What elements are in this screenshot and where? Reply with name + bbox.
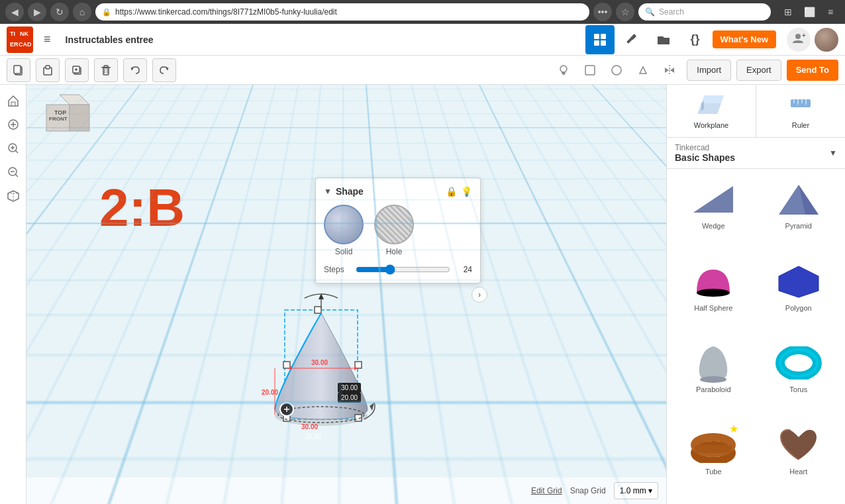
back-button[interactable]: ◀ [5,3,24,21]
snap-grid-select[interactable]: 1.0 mm ▾ [614,482,658,499]
paste-icon [42,64,54,76]
redo-button[interactable] [152,58,176,82]
hamburger-icon[interactable]: ≡ [44,32,51,46]
shape2-icon [610,64,623,77]
steps-value: 24 [456,265,472,274]
secure-icon: 🔒 [102,8,111,17]
shape-item-polygon[interactable]: Polygon [758,256,840,336]
shape-item-halfsphere[interactable]: Half Sphere [672,256,755,336]
fit-icon [7,118,20,131]
shape-item-torus[interactable]: Torus [758,338,840,417]
fit-view-button[interactable] [3,114,24,135]
svg-line-43 [15,174,18,177]
shape-item-heart[interactable]: Heart [758,420,840,499]
shape-item-wedge[interactable]: Wedge [672,174,755,254]
copy-button[interactable] [7,58,30,82]
copy-icon [13,64,25,76]
home-button[interactable]: ⌂ [73,3,91,21]
extensions-button[interactable]: ⊞ [779,3,797,21]
export-button[interactable]: Export [736,60,781,81]
shapes-grid: Wedge Pyramid [667,169,845,504]
shapes-dropdown-button[interactable]: ▼ [829,148,837,158]
whats-new-button[interactable]: What's New [713,30,776,48]
mirror-button[interactable] [658,58,681,82]
panel-toggle-chevron[interactable]: › [472,287,487,303]
zoom-out-button[interactable] [3,162,24,183]
add-user-button[interactable]: + [787,28,811,52]
lock-panel-button[interactable]: 🔒 [446,186,457,197]
panel-collapse-arrow[interactable]: ▼ [324,187,332,196]
shape-paraboloid-label: Paraboloid [696,385,731,393]
svg-rect-54 [283,362,290,368]
delete-button[interactable] [94,58,118,82]
hole-option[interactable]: Hole [374,205,414,256]
svg-line-40 [15,150,18,153]
zoom-in-button[interactable] [3,138,24,159]
undo-icon [129,64,141,76]
ruler-button[interactable]: Ruler [756,85,845,137]
edit-grid-button[interactable]: Edit Grid [531,486,562,495]
shape-thumb-paraboloid [687,343,740,383]
svg-text:CAD: CAD [19,41,32,48]
menu-button[interactable]: ≡ [821,3,840,21]
viewport[interactable]: TOP FRONT 2:B [26,85,666,504]
folder-button[interactable] [649,25,678,54]
big-label: 2:B [99,177,185,238]
view-shape3-button[interactable] [631,58,655,82]
project-name: Instructables entree [66,34,154,45]
view-cube[interactable]: TOP FRONT [40,91,99,151]
url-text: https://www.tinkercad.com/things/8I771zM… [115,7,583,17]
shape-item-paraboloid[interactable]: Paraboloid [672,338,755,417]
hole-circle [374,205,414,244]
redo-icon [158,64,170,76]
svg-rect-7 [594,40,599,46]
svg-text:TI: TI [10,30,15,37]
refresh-button[interactable]: ↻ [50,3,69,21]
light-panel-button[interactable]: 💡 [461,186,472,197]
duplicate-button[interactable] [65,58,89,82]
solid-option[interactable]: Solid [324,205,364,256]
shape-panel: ▼ Shape 🔒 💡 Solid Hole [315,177,481,283]
tabs-button[interactable]: ⬜ [800,3,819,21]
svg-point-85 [697,289,730,297]
forward-button[interactable]: ▶ [28,3,46,21]
view-shape2-button[interactable] [605,58,628,82]
second-toolbar: Import Export Send To [0,56,845,85]
svg-rect-53 [315,307,321,313]
codeblock-button[interactable]: {} [681,25,710,54]
shape-item-pyramid[interactable]: Pyramid [758,174,840,254]
steps-label: Steps [324,265,350,274]
bookmark-button[interactable]: ☆ [616,3,634,21]
hammer-view-button[interactable] [617,25,646,54]
svg-rect-24 [104,66,108,68]
3d-view-button[interactable] [3,185,24,207]
steps-slider[interactable] [356,264,450,275]
more-button[interactable]: ••• [593,3,612,21]
workplane-button[interactable]: Workplane [667,85,756,137]
import-button[interactable]: Import [687,60,731,81]
shape-thumb-torus [772,343,825,383]
paste-button[interactable] [36,58,60,82]
avatar[interactable] [815,28,838,52]
browser-chrome: ◀ ▶ ↻ ⌂ 🔒 https://www.tinkercad.com/thin… [0,0,845,24]
address-bar[interactable]: 🔒 https://www.tinkercad.com/things/8I771… [95,3,589,21]
view-shape1-button[interactable] [578,58,602,82]
svg-marker-46 [60,95,89,105]
tinkercad-logo[interactable]: TI NK ER CAD [7,26,33,53]
svg-text:+: + [802,32,806,39]
bulb-button[interactable] [552,58,575,82]
shapes-header: Tinkercad Basic Shapes ▼ [667,138,845,169]
shape-tube-label: Tube [705,468,722,476]
workplane-ruler-section: Workplane Ruler [667,85,845,138]
shape-options: Solid Hole [324,205,472,256]
home-view-button[interactable] [3,90,24,111]
svg-rect-8 [601,40,606,46]
undo-button[interactable] [123,58,147,82]
send-to-button[interactable]: Send To [787,60,838,81]
shape-heart-label: Heart [789,468,807,476]
search-bar[interactable]: 🔍 Search [638,3,771,21]
grid-view-button[interactable] [585,25,615,54]
workplane-icon [698,93,724,119]
shape-panel-title-text: Shape [336,186,364,197]
shape-item-tube[interactable]: ★ Tube [672,420,755,499]
